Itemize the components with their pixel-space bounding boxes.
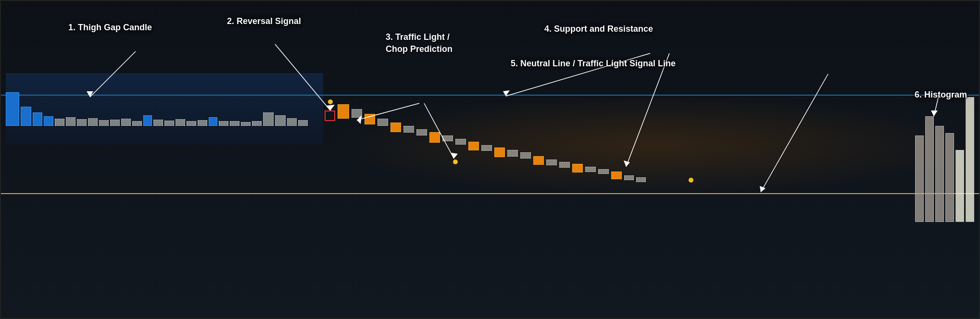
hist-bar <box>945 133 954 222</box>
label-4: 4. Support and Resistance <box>544 24 653 34</box>
signal-yellow-dot-right <box>689 178 693 183</box>
dashed-candle <box>230 121 239 126</box>
dashed-candle <box>66 117 75 126</box>
dashed-candle <box>275 115 286 126</box>
hist-bar <box>935 126 944 222</box>
label-2: 2. Reversal Signal <box>227 16 301 26</box>
orange-candle <box>390 123 401 132</box>
svg-marker-13 <box>760 186 766 192</box>
orange-candles-group <box>338 104 646 200</box>
dashed-bar <box>624 175 634 180</box>
hist-bar <box>925 116 934 222</box>
dashed-candle <box>298 120 308 126</box>
dashed-bar <box>636 177 646 182</box>
dashed-candle <box>153 120 163 126</box>
hist-bar <box>966 97 974 222</box>
svg-marker-3 <box>326 105 335 110</box>
label-3-line1: 3. Traffic Light / <box>386 32 450 42</box>
dashed-bar <box>520 152 531 159</box>
dashed-bar <box>546 160 557 165</box>
dashed-candle <box>121 119 131 126</box>
dashed-bar <box>416 129 427 135</box>
dashed-bar <box>352 109 362 118</box>
dashed-candle <box>187 121 196 126</box>
blue-candle <box>44 116 53 126</box>
chart-container: 1. Thigh Gap Candle 2. Reversal Signal 3… <box>0 0 980 319</box>
dashed-candle <box>164 121 174 126</box>
histogram-bars <box>915 97 974 222</box>
blue-candle <box>33 112 42 126</box>
label-3-line2: Chop Prediction <box>386 44 452 54</box>
dashed-candle <box>77 119 87 126</box>
dashed-candle <box>219 121 228 126</box>
dashed-bar <box>598 169 609 174</box>
dashed-bar <box>585 167 596 172</box>
traffic-light-yellow-dot <box>453 160 458 164</box>
orange-candle <box>468 142 479 150</box>
dashed-candle <box>287 118 297 126</box>
blue-candle <box>143 115 152 126</box>
blue-candle <box>21 107 31 126</box>
blue-candle <box>209 117 217 126</box>
reversal-signal-candle <box>325 110 335 121</box>
orange-candle <box>611 172 622 179</box>
orange-candle <box>572 164 583 172</box>
orange-candle <box>494 147 505 157</box>
orange-candle <box>429 132 440 143</box>
hist-bar <box>915 135 924 222</box>
dashed-bar <box>559 162 570 168</box>
dashed-candle <box>252 121 262 126</box>
dashed-candle <box>132 121 142 126</box>
label-6: 6. Histogram <box>915 90 967 100</box>
orange-candle <box>533 156 544 165</box>
dashed-candle <box>55 119 64 126</box>
orange-candle <box>364 114 375 124</box>
blue-candle <box>6 92 19 126</box>
dashed-candle <box>88 118 98 126</box>
dashed-bar <box>403 126 414 133</box>
dashed-candle <box>176 119 185 126</box>
svg-line-12 <box>761 74 828 192</box>
hist-bar <box>955 150 964 222</box>
dashed-bar <box>455 139 466 145</box>
dashed-candle <box>110 120 120 126</box>
dashed-candle <box>241 122 251 126</box>
dashed-bar <box>442 135 453 141</box>
dashed-candle <box>263 112 274 126</box>
orange-candle <box>338 104 349 119</box>
dashed-bar <box>507 150 518 157</box>
reversal-yellow-dot <box>328 99 333 104</box>
dashed-candle <box>99 120 109 126</box>
blue-candles-group <box>6 63 308 126</box>
label-1: 1. Thigh Gap Candle <box>68 23 152 33</box>
dashed-bar <box>377 119 388 126</box>
dashed-bar <box>481 145 492 151</box>
dashed-candle <box>198 120 207 126</box>
label-5: 5. Neutral Line / Traffic Light Signal L… <box>511 59 676 69</box>
